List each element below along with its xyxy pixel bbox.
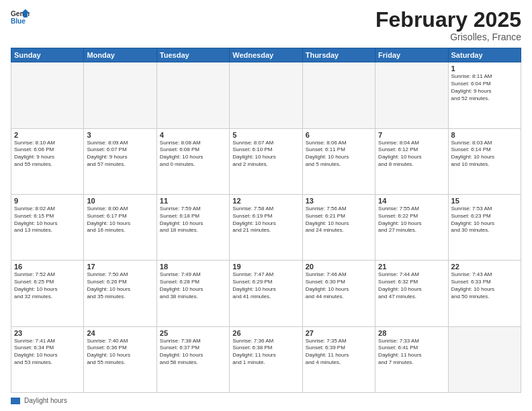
- calendar-cell: 28Sunrise: 7:33 AM Sunset: 6:41 PM Dayli…: [375, 326, 448, 392]
- day-info: Sunrise: 7:59 AM Sunset: 6:18 PM Dayligh…: [160, 205, 226, 234]
- calendar-header-thursday: Thursday: [302, 48, 375, 62]
- day-number: 12: [232, 197, 299, 205]
- day-info: Sunrise: 7:50 AM Sunset: 6:26 PM Dayligh…: [87, 271, 153, 300]
- day-info: Sunrise: 7:56 AM Sunset: 6:21 PM Dayligh…: [306, 205, 372, 234]
- legend-label: Daylight hours: [24, 397, 67, 404]
- calendar-week-1: 1Sunrise: 8:11 AM Sunset: 6:04 PM Daylig…: [11, 62, 521, 128]
- calendar-cell: 17Sunrise: 7:50 AM Sunset: 6:26 PM Dayli…: [84, 261, 157, 326]
- calendar-header-row: SundayMondayTuesdayWednesdayThursdayFrid…: [11, 48, 521, 62]
- day-info: Sunrise: 7:53 AM Sunset: 6:23 PM Dayligh…: [451, 205, 518, 234]
- day-number: 28: [378, 329, 445, 337]
- calendar-cell: 2Sunrise: 8:10 AM Sunset: 6:06 PM Daylig…: [11, 128, 84, 194]
- day-number: 2: [14, 131, 81, 139]
- day-number: 20: [306, 263, 372, 271]
- location: Grisolles, France: [375, 32, 521, 42]
- calendar-cell: 24Sunrise: 7:40 AM Sunset: 6:36 PM Dayli…: [84, 326, 157, 392]
- day-info: Sunrise: 8:03 AM Sunset: 6:14 PM Dayligh…: [451, 140, 518, 169]
- calendar-header-friday: Friday: [375, 48, 448, 62]
- day-number: 24: [87, 329, 153, 337]
- calendar-cell: 20Sunrise: 7:46 AM Sunset: 6:30 PM Dayli…: [302, 261, 375, 326]
- day-number: 5: [232, 131, 299, 139]
- day-info: Sunrise: 8:00 AM Sunset: 6:17 PM Dayligh…: [87, 205, 153, 234]
- calendar-cell: 6Sunrise: 8:06 AM Sunset: 6:11 PM Daylig…: [302, 128, 375, 194]
- calendar-cell: 21Sunrise: 7:44 AM Sunset: 6:32 PM Dayli…: [375, 261, 448, 326]
- calendar-header-tuesday: Tuesday: [157, 48, 229, 62]
- calendar-table: SundayMondayTuesdayWednesdayThursdayFrid…: [11, 48, 521, 393]
- calendar-cell: [230, 62, 302, 128]
- day-info: Sunrise: 7:43 AM Sunset: 6:33 PM Dayligh…: [451, 271, 518, 300]
- day-info: Sunrise: 7:36 AM Sunset: 6:38 PM Dayligh…: [232, 338, 299, 367]
- day-number: 19: [232, 263, 299, 271]
- day-number: 3: [87, 131, 153, 139]
- svg-text:Blue: Blue: [11, 17, 26, 25]
- day-number: 13: [306, 197, 372, 205]
- day-number: 16: [14, 263, 81, 271]
- calendar-cell: 5Sunrise: 8:07 AM Sunset: 6:10 PM Daylig…: [230, 128, 302, 194]
- calendar-cell: 15Sunrise: 7:53 AM Sunset: 6:23 PM Dayli…: [448, 194, 521, 260]
- day-info: Sunrise: 8:09 AM Sunset: 6:07 PM Dayligh…: [87, 140, 153, 169]
- day-number: 9: [14, 197, 81, 205]
- day-number: 22: [451, 263, 518, 271]
- calendar-cell: 1Sunrise: 8:11 AM Sunset: 6:04 PM Daylig…: [448, 62, 521, 128]
- day-number: 4: [160, 131, 226, 139]
- day-info: Sunrise: 7:38 AM Sunset: 6:37 PM Dayligh…: [160, 338, 226, 367]
- legend-color-box: [11, 398, 20, 404]
- legend: Daylight hours: [11, 397, 521, 404]
- day-number: 26: [232, 329, 299, 337]
- day-number: 15: [451, 197, 518, 205]
- day-number: 1: [451, 64, 518, 73]
- day-info: Sunrise: 8:11 AM Sunset: 6:04 PM Dayligh…: [451, 73, 518, 102]
- day-number: 6: [306, 131, 372, 139]
- calendar-cell: [84, 62, 157, 128]
- calendar-cell: 3Sunrise: 8:09 AM Sunset: 6:07 PM Daylig…: [84, 128, 157, 194]
- calendar-cell: [375, 62, 448, 128]
- day-number: 25: [160, 329, 226, 337]
- calendar-week-5: 23Sunrise: 7:41 AM Sunset: 6:34 PM Dayli…: [11, 326, 521, 392]
- calendar-cell: 14Sunrise: 7:55 AM Sunset: 6:22 PM Dayli…: [375, 194, 448, 260]
- day-info: Sunrise: 7:41 AM Sunset: 6:34 PM Dayligh…: [14, 338, 81, 367]
- calendar-week-3: 9Sunrise: 8:02 AM Sunset: 6:15 PM Daylig…: [11, 194, 521, 260]
- day-info: Sunrise: 7:44 AM Sunset: 6:32 PM Dayligh…: [378, 271, 445, 300]
- day-info: Sunrise: 8:07 AM Sunset: 6:10 PM Dayligh…: [232, 140, 299, 169]
- calendar-cell: 7Sunrise: 8:04 AM Sunset: 6:12 PM Daylig…: [375, 128, 448, 194]
- day-info: Sunrise: 7:33 AM Sunset: 6:41 PM Dayligh…: [378, 338, 445, 367]
- day-number: 17: [87, 263, 153, 271]
- calendar-header-monday: Monday: [84, 48, 157, 62]
- calendar-cell: 26Sunrise: 7:36 AM Sunset: 6:38 PM Dayli…: [230, 326, 302, 392]
- calendar-cell: [448, 326, 521, 392]
- calendar-cell: 12Sunrise: 7:58 AM Sunset: 6:19 PM Dayli…: [230, 194, 302, 260]
- calendar-cell: 18Sunrise: 7:49 AM Sunset: 6:28 PM Dayli…: [157, 261, 229, 326]
- header: General Blue February 2025 Grisolles, Fr…: [11, 8, 521, 42]
- day-info: Sunrise: 7:47 AM Sunset: 6:29 PM Dayligh…: [232, 271, 299, 300]
- day-info: Sunrise: 8:02 AM Sunset: 6:15 PM Dayligh…: [14, 205, 81, 234]
- calendar-header-wednesday: Wednesday: [230, 48, 302, 62]
- calendar-cell: 16Sunrise: 7:52 AM Sunset: 6:25 PM Dayli…: [11, 261, 84, 326]
- day-info: Sunrise: 8:04 AM Sunset: 6:12 PM Dayligh…: [378, 140, 445, 169]
- day-number: 7: [378, 131, 445, 139]
- calendar-cell: 11Sunrise: 7:59 AM Sunset: 6:18 PM Dayli…: [157, 194, 229, 260]
- day-number: 11: [160, 197, 226, 205]
- calendar-cell: 4Sunrise: 8:08 AM Sunset: 6:08 PM Daylig…: [157, 128, 229, 194]
- calendar-cell: 10Sunrise: 8:00 AM Sunset: 6:17 PM Dayli…: [84, 194, 157, 260]
- calendar-header-sunday: Sunday: [11, 48, 84, 62]
- calendar-cell: 19Sunrise: 7:47 AM Sunset: 6:29 PM Dayli…: [230, 261, 302, 326]
- calendar-cell: [302, 62, 375, 128]
- day-number: 18: [160, 263, 226, 271]
- day-info: Sunrise: 7:55 AM Sunset: 6:22 PM Dayligh…: [378, 205, 445, 234]
- calendar-cell: 8Sunrise: 8:03 AM Sunset: 6:14 PM Daylig…: [448, 128, 521, 194]
- title-block: February 2025 Grisolles, France: [375, 8, 521, 42]
- day-info: Sunrise: 7:35 AM Sunset: 6:39 PM Dayligh…: [306, 338, 372, 367]
- calendar-cell: 9Sunrise: 8:02 AM Sunset: 6:15 PM Daylig…: [11, 194, 84, 260]
- day-info: Sunrise: 8:06 AM Sunset: 6:11 PM Dayligh…: [306, 140, 372, 169]
- day-info: Sunrise: 7:52 AM Sunset: 6:25 PM Dayligh…: [14, 271, 81, 300]
- day-number: 21: [378, 263, 445, 271]
- generalblue-logo-icon: General Blue: [11, 8, 30, 27]
- calendar-header-saturday: Saturday: [448, 48, 521, 62]
- calendar-cell: 25Sunrise: 7:38 AM Sunset: 6:37 PM Dayli…: [157, 326, 229, 392]
- calendar-cell: 13Sunrise: 7:56 AM Sunset: 6:21 PM Dayli…: [302, 194, 375, 260]
- calendar-cell: [11, 62, 84, 128]
- day-number: 27: [306, 329, 372, 337]
- day-info: Sunrise: 8:10 AM Sunset: 6:06 PM Dayligh…: [14, 140, 81, 169]
- day-number: 14: [378, 197, 445, 205]
- day-info: Sunrise: 7:49 AM Sunset: 6:28 PM Dayligh…: [160, 271, 226, 300]
